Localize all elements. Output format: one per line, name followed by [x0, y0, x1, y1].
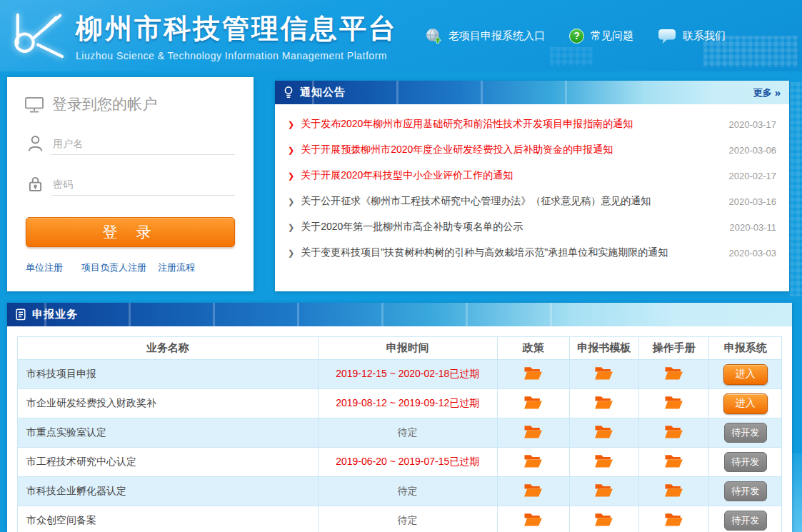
service-manual-cell	[638, 389, 708, 418]
globe-icon	[425, 27, 442, 44]
folder-download-button[interactable]	[594, 483, 613, 498]
column-header: 政策	[497, 337, 569, 360]
service-manual-cell	[638, 418, 708, 448]
services-header: 申报业务	[7, 303, 792, 326]
pending-development-button[interactable]: 待开发	[724, 481, 767, 501]
notice-item-date: 2020-03-17	[729, 119, 777, 130]
chevron-right-icon: ❯	[288, 171, 294, 181]
folder-download-button[interactable]	[664, 453, 683, 468]
service-name: 市科技企业孵化器认定	[18, 477, 319, 506]
folder-download-button[interactable]	[523, 483, 543, 498]
notice-item[interactable]: ❯关于开展预拨柳州市2020年度企业研发经费投入后补助资金的申报通知2020-0…	[288, 137, 776, 163]
password-input[interactable]	[51, 174, 235, 196]
table-row: 市重点实验室认定待定 待开发	[18, 418, 782, 448]
chevron-right-icon: ❯	[288, 120, 294, 129]
chevron-right-icon: ❯	[288, 197, 294, 206]
notice-list: ❯关于发布2020年柳州市应用基础研究和前沿性技术开发项目申报指南的通知2020…	[275, 104, 789, 266]
site-header: 柳州市科技管理信息平台 Liuzhou Science & Technology…	[0, 0, 802, 71]
notice-item-date: 2020-03-16	[729, 196, 777, 207]
folder-icon	[664, 483, 683, 498]
folder-icon	[594, 512, 613, 527]
folder-icon	[594, 424, 613, 439]
chevron-right-icon: ❯	[288, 146, 294, 155]
monitor-icon	[24, 96, 44, 113]
folder-icon	[523, 453, 543, 468]
folder-download-button[interactable]	[594, 366, 613, 381]
service-template-cell	[569, 389, 638, 418]
header-nav: 老项目申报系统入口 ? 常见问题 联系我们	[425, 27, 726, 44]
login-title: 登录到您的帐户	[52, 94, 157, 114]
notice-item[interactable]: ❯关于发布2020年柳州市应用基础研究和前沿性技术开发项目申报指南的通知2020…	[288, 111, 776, 137]
leader-register-link[interactable]: 项目负责人注册	[81, 261, 146, 274]
site-title: 柳州市科技管理信息平台	[76, 11, 398, 47]
notice-item-title: 关于发布2020年柳州市应用基础研究和前沿性技术开发项目申报指南的通知	[301, 118, 718, 131]
folder-download-button[interactable]	[664, 424, 683, 439]
column-header: 申报书模板	[569, 337, 638, 360]
pending-development-button[interactable]: 待开发	[724, 452, 767, 472]
folder-download-button[interactable]	[664, 366, 683, 381]
notice-item[interactable]: ❯关于变更科技项目"扶贫树种构树的引种与高效栽培示范"承担单位和实施期限的通知2…	[288, 240, 776, 266]
dots-pattern	[550, 47, 593, 66]
table-row: 市工程技术研究中心认定2019-06-20 ~ 2019-07-15已过期 待开…	[18, 448, 782, 477]
service-manual-cell	[638, 477, 708, 506]
service-period: 待定	[318, 418, 497, 448]
folder-icon	[594, 395, 613, 410]
service-action-cell: 待开发	[709, 418, 782, 448]
service-action-cell: 进入	[709, 360, 782, 389]
folder-download-button[interactable]	[664, 395, 683, 410]
notice-item[interactable]: ❯关于公开征求《柳州市工程技术研究中心管理办法》（征求意见稿）意见的通知2020…	[288, 189, 776, 214]
folder-download-button[interactable]	[594, 395, 613, 410]
chevron-right-icon: ❯	[288, 223, 294, 232]
folder-download-button[interactable]	[664, 483, 683, 498]
more-notices-link[interactable]: 更多 »	[753, 86, 781, 99]
service-name: 市企业研发经费投入财政奖补	[18, 389, 319, 418]
service-policy-cell	[497, 360, 569, 389]
folder-download-button[interactable]	[523, 424, 543, 439]
notice-item-title: 关于公开征求《柳州市工程技术研究中心管理办法》（征求意见稿）意见的通知	[301, 195, 718, 208]
notice-item-date: 2020-03-11	[729, 222, 776, 233]
service-action-cell: 待开发	[709, 506, 782, 532]
login-button[interactable]: 登 录	[26, 217, 235, 247]
column-header: 操作手册	[638, 337, 708, 360]
notice-item-title: 关于变更科技项目"扶贫树种构树的引种与高效栽培示范"承担单位和实施期限的通知	[301, 246, 718, 259]
service-action-cell: 待开发	[709, 448, 782, 477]
column-header: 申报时间	[318, 337, 497, 360]
notice-item-date: 2020-03-06	[729, 145, 777, 156]
service-policy-cell	[497, 506, 569, 532]
old-system-link[interactable]: 老项目申报系统入口	[425, 27, 545, 44]
register-flow-link[interactable]: 注册流程	[158, 261, 195, 274]
pending-development-button[interactable]: 待开发	[724, 423, 767, 443]
username-input[interactable]	[51, 133, 235, 155]
notice-item[interactable]: ❯关于2020年第一批柳州市高企补助专项名单的公示2020-03-11	[288, 214, 776, 240]
more-label: 更多	[753, 86, 772, 99]
service-period: 2019-06-20 ~ 2019-07-15已过期	[318, 448, 497, 477]
service-period: 2019-12-15 ~ 2020-02-18已过期	[318, 360, 497, 389]
service-manual-cell	[638, 360, 708, 389]
table-row: 市科技项目申报2019-12-15 ~ 2020-02-18已过期 进入	[18, 360, 782, 389]
folder-download-button[interactable]	[594, 453, 613, 468]
notice-item-title: 关于开展2020年科技型中小企业评价工作的通知	[301, 169, 718, 182]
title-block: 柳州市科技管理信息平台 Liuzhou Science & Technology…	[76, 11, 398, 61]
double-chevron-icon: »	[775, 86, 781, 99]
chat-icon	[658, 28, 676, 44]
enter-system-button[interactable]: 进入	[723, 364, 768, 385]
folder-download-button[interactable]	[594, 424, 613, 439]
enter-system-button[interactable]: 进入	[723, 393, 768, 414]
faq-link[interactable]: ? 常见问题	[569, 29, 633, 44]
folder-download-button[interactable]	[523, 395, 543, 410]
pending-development-button[interactable]: 待开发	[724, 511, 767, 531]
folder-download-button[interactable]	[523, 453, 543, 468]
notices-header: 通知公告 更多 »	[275, 81, 789, 104]
folder-icon	[594, 453, 613, 468]
notice-item[interactable]: ❯关于开展2020年科技型中小企业评价工作的通知2020-02-17	[288, 163, 776, 189]
unit-register-link[interactable]: 单位注册	[26, 261, 63, 274]
folder-download-button[interactable]	[664, 512, 683, 527]
service-manual-cell	[638, 448, 708, 477]
folder-download-button[interactable]	[594, 512, 613, 527]
logo-icon	[7, 9, 70, 61]
folder-download-button[interactable]	[523, 366, 543, 381]
column-header: 申报系统	[709, 337, 782, 360]
login-panel: 登录到您的帐户 登 录 单位注册	[7, 77, 254, 291]
folder-download-button[interactable]	[523, 512, 543, 527]
folder-icon	[594, 366, 613, 381]
